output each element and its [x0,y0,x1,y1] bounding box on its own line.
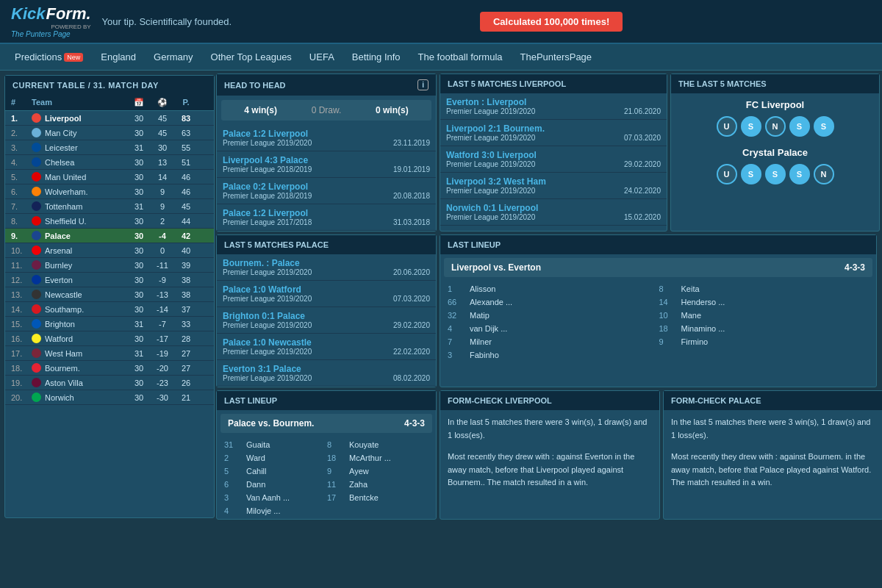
table-row[interactable]: 11. Burnley 30 -11 39 [5,258,214,273]
table-row[interactable]: 10. Arsenal 30 0 40 [5,243,214,258]
form-circle-s5: S [765,164,786,184]
table-row[interactable]: 20. Norwich 30 -30 21 [5,390,214,405]
player-name: Alisson [470,284,495,293]
table-row[interactable]: 9. Palace 30 -4 42 [5,229,214,243]
table-row[interactable]: 19. Aston Villa 30 -23 26 [5,376,214,390]
table-row[interactable]: 13. Newcastle 30 -13 38 [5,287,214,302]
form-check-palace-text1: In the last 5 matches there were 3 win(s… [664,410,882,448]
table-row[interactable]: 1. Liverpool 30 45 83 [5,111,214,126]
nav-item-other-leagues[interactable]: Other Top Leagues [202,44,301,70]
table-row[interactable]: 14. Southamp. 30 -14 37 [5,302,214,317]
player-num: 7 [448,337,464,346]
last5-liverpool-panel: LAST 5 MATCHES LIVERPOOL Everton : Liver… [440,74,667,232]
nav-item-germany[interactable]: Germany [145,44,201,70]
player-num: 1 [448,284,464,293]
h2h-match[interactable]: Liverpool 4:3 Palace Premier League 2018… [217,151,436,178]
form-check-liverpool-text2: Most recently they drew with : against E… [440,448,659,495]
player-name: Mane [681,311,702,320]
nav-item-predictions[interactable]: Predictions New [6,44,92,70]
nav-item-betting[interactable]: Betting Info [343,44,409,70]
player-num: 66 [448,298,464,306]
match-item[interactable]: Everton 3:1 Palace Premier League 2019/2… [217,360,436,387]
player-name: van Dijk ... [470,324,507,333]
last5-palace-panel: LAST 5 MATCHES PALACE Bournem. : Palace … [216,234,437,387]
player-num: 4 [448,324,464,333]
player-num: 18 [659,324,675,333]
form-check-liverpool-title: FORM-CHECK LIVERPOOL [440,391,659,410]
table-row[interactable]: 3. Leicester 31 30 55 [5,140,214,155]
h2h-panel: HEAD TO HEAD i 4 win(s) 0 Draw. 0 win(s)… [216,74,437,232]
player-num: 10 [659,311,675,320]
match-item[interactable]: Palace 1:0 Newcastle Premier League 2019… [217,334,436,360]
player-name: Milner [470,337,492,346]
th-p1: 📅 [127,98,151,107]
match-item[interactable]: Liverpool 2:1 Bournem. Premier League 20… [440,120,667,146]
th-pos: # [11,98,32,107]
table-panel: CURRENT TABLE / 31. MATCH DAY # Team 📅 ⚽… [4,75,215,518]
lineup-bottom-match: Palace vs. Bournem. [228,418,314,429]
player-num: 14 [659,298,675,306]
table-row[interactable]: 5. Man United 30 14 46 [5,170,214,184]
form-circle-n1: N [765,116,786,137]
table-row[interactable]: 15. Brighton 31 -7 33 [5,317,214,331]
h2h-match[interactable]: Palace 1:2 Liverpool Premier League 2017… [217,204,436,231]
last5-palace-title: LAST 5 MATCHES PALACE [217,235,436,254]
calculated-badge: Calculated 100,000 times! [480,12,623,32]
match-item[interactable]: Brighton 0:1 Palace Premier League 2019/… [217,307,436,334]
h2h-match[interactable]: Palace 0:2 Liverpool Premier League 2018… [217,178,436,204]
th-team: Team [32,98,127,107]
player-name: Minamino ... [681,324,725,333]
match-item[interactable]: Norwich 0:1 Liverpool Premier League 201… [440,199,667,226]
player-num: 32 [448,311,464,320]
h2h-draws: 0 Draw. [312,105,342,115]
th-p2: ⚽ [151,98,174,107]
match-item[interactable]: Palace 1:0 Watford Premier League 2019/2… [217,281,436,307]
form-circle-u2: U [717,164,737,184]
table-row[interactable]: 6. Wolverham. 30 9 46 [5,184,214,199]
th-pts: P. [174,98,198,107]
player-name: Henderso ... [681,298,725,306]
lineup-bottom-formation: 4-3-3 [404,418,425,429]
table-row[interactable]: 4. Chelsea 30 13 51 [5,155,214,170]
info-icon[interactable]: i [417,79,429,90]
form-circle-s3: S [814,116,834,137]
player-name: Alexande ... [470,298,512,306]
nav-item-punterspage[interactable]: ThePuntersPage [512,44,601,70]
logo: Kick Form. POWERED BY The Punters Page [11,4,91,38]
form-circle-s4: S [741,164,761,184]
nav-item-england[interactable]: England [92,44,145,70]
form-check-liverpool-panel: FORM-CHECK LIVERPOOL In the last 5 match… [440,390,660,520]
h2h-wins: 4 win(s) [244,105,277,115]
last5-display-panel: THE LAST 5 MATCHES FC Liverpool U S N S … [670,74,880,232]
new-badge: New [64,53,83,62]
table-row[interactable]: 7. Tottenham 31 9 45 [5,199,214,214]
last5-display-title: THE LAST 5 MATCHES [671,74,879,93]
nav-item-formula[interactable]: The football formula [409,44,512,70]
match-item[interactable]: Watford 3:0 Liverpool Premier League 201… [440,146,667,173]
last5-team2-name: Crystal Palace [671,143,879,161]
lineup-right-formation: 4-3-3 [845,262,865,273]
table-row[interactable]: 2. Man City 30 45 63 [5,126,214,140]
table-row[interactable]: 8. Sheffield U. 30 2 44 [5,214,214,229]
form-check-palace-panel: FORM-CHECK PALACE In the last 5 matches … [663,390,882,520]
last-lineup-bottom-panel: LAST LINEUP Palace vs. Bournem. 4-3-3 31… [216,390,437,520]
form-circle-s2: S [789,116,810,137]
last-lineup-bottom-title: LAST LINEUP [217,391,436,410]
table-row[interactable]: 16. Watford 30 -17 28 [5,331,214,346]
header-tagline: Your tip. Scientifically founded. [102,16,232,27]
last5-liverpool-title: LAST 5 MATCHES LIVERPOOL [440,74,667,93]
match-item[interactable]: Liverpool 3:2 West Ham Premier League 20… [440,173,667,199]
nav-item-uefa[interactable]: UEFA [301,44,343,70]
form-circle-s1: S [741,116,761,137]
match-item[interactable]: Everton : Liverpool Premier League 2019/… [440,93,667,120]
table-row[interactable]: 17. West Ham 31 -19 27 [5,346,214,361]
player-num: 9 [659,337,675,346]
h2h-match[interactable]: Palace 1:2 Liverpool Premier League 2019… [217,125,436,151]
form-circle-u1: U [717,116,737,137]
h2h-title: HEAD TO HEAD [224,81,286,90]
table-row[interactable]: 18. Bournem. 30 -20 27 [5,361,214,376]
table-row[interactable]: 12. Everton 30 -9 38 [5,273,214,287]
match-item[interactable]: Bournem. : Palace Premier League 2019/20… [217,254,436,281]
player-name: Firmino [681,337,709,346]
form-circle-n2: N [814,164,834,184]
